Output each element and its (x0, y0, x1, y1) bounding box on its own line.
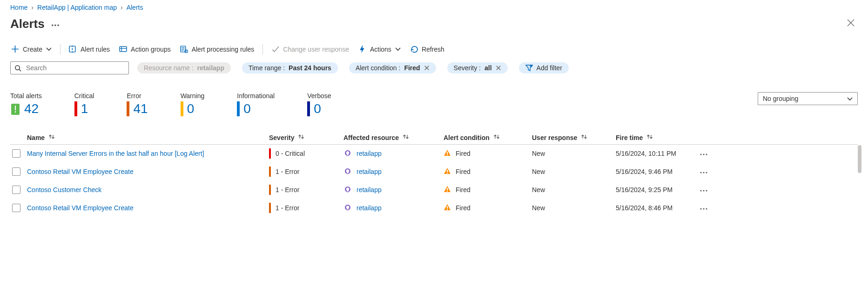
row-checkbox[interactable] (12, 149, 20, 158)
row-more-icon[interactable] (700, 150, 716, 157)
sort-icon (403, 133, 409, 141)
filter-condition-chip[interactable]: Alert condition : Fired (349, 62, 436, 73)
firetime-text: 5/16/2024, 9:25 PM (616, 186, 673, 193)
resource-link[interactable]: retailapp (357, 168, 382, 175)
breadcrumb-item-alerts[interactable]: Alerts (127, 4, 143, 11)
summary-verbose-label: Verbose (307, 92, 331, 100)
add-filter-button[interactable]: Add filter (519, 62, 569, 73)
scrollbar[interactable] (858, 145, 861, 173)
resource-link[interactable]: retailapp (357, 204, 382, 212)
summary-info-label: Informational (237, 92, 275, 100)
summary-info[interactable]: Informational 0 (237, 92, 275, 116)
filter-resource-value: retailapp (197, 64, 224, 72)
row-more-icon[interactable] (700, 186, 716, 193)
resource-link[interactable]: retailapp (357, 186, 382, 193)
total-alerts-icon (10, 102, 20, 116)
severity-bar-icon (269, 148, 271, 159)
col-response[interactable]: User response (532, 133, 616, 141)
summary-total-label: Total alerts (10, 92, 42, 100)
action-groups-label: Action groups (131, 46, 171, 53)
search-input[interactable] (25, 64, 125, 72)
page-title: Alerts (10, 17, 45, 31)
actions-label: Actions (370, 46, 391, 53)
alert-name-link[interactable]: Contoso Retail VM Employee Create (27, 204, 134, 212)
chevron-down-icon (395, 46, 401, 53)
sort-icon (48, 133, 55, 141)
table-row: Many Internal Server Errors in the last … (10, 145, 858, 163)
resource-icon (343, 167, 352, 176)
action-groups-button[interactable]: Action groups (118, 43, 172, 55)
refresh-button[interactable]: Refresh (409, 43, 445, 55)
alert-rules-button[interactable]: Alert rules (68, 43, 111, 55)
filter-severity-chip[interactable]: Severity : all (447, 62, 508, 73)
breadcrumb-item-home[interactable]: Home (10, 4, 27, 11)
summary-warning[interactable]: Warning 0 (181, 92, 205, 116)
filter-condition-clear-icon[interactable] (424, 65, 430, 71)
add-filter-icon (525, 64, 533, 72)
row-checkbox[interactable] (12, 167, 20, 176)
col-severity[interactable]: Severity (269, 133, 343, 141)
col-severity-label: Severity (269, 134, 294, 141)
severity-bar-icon (269, 167, 271, 177)
warning-icon (444, 149, 451, 158)
filter-resource-chip: Resource name : retailapp (137, 62, 231, 73)
resource-link[interactable]: retailapp (357, 150, 382, 157)
row-checkbox[interactable] (12, 204, 20, 212)
actions-button[interactable]: Actions (357, 43, 402, 55)
add-filter-label: Add filter (537, 64, 562, 72)
firetime-text: 5/16/2024, 9:46 PM (616, 168, 673, 175)
summary-error[interactable]: Error 41 (127, 92, 148, 116)
row-checkbox[interactable] (12, 186, 20, 194)
summary-critical[interactable]: Critical 1 (74, 92, 94, 116)
filter-severity-clear-icon[interactable] (496, 65, 501, 71)
create-button[interactable]: Create (10, 43, 53, 55)
summary-critical-label: Critical (74, 92, 94, 100)
row-more-icon[interactable] (700, 168, 716, 175)
toolbar-separator (262, 44, 263, 54)
filter-condition-label: Alert condition : (356, 64, 401, 72)
severity-text: 0 - Critical (276, 150, 305, 157)
summary-info-value: 0 (243, 101, 251, 116)
severity-bar-critical (74, 101, 77, 116)
processing-rules-button[interactable]: Alert processing rules (179, 43, 256, 55)
severity-bar-info (237, 101, 240, 116)
chevron-down-icon (847, 96, 853, 101)
col-resource[interactable]: Affected resource (343, 133, 444, 141)
search-input-wrap[interactable] (10, 61, 129, 74)
condition-text: Fired (456, 150, 471, 157)
filter-resource-label: Resource name : (144, 64, 194, 72)
col-name[interactable]: Name (27, 133, 269, 141)
filter-time-label: Time range : (249, 64, 285, 72)
close-icon[interactable] (844, 16, 858, 31)
table-row: Contoso Retail VM Employee Create 1 - Er… (10, 199, 858, 217)
page-more-icon[interactable]: ··· (51, 18, 60, 31)
severity-bar-error (127, 101, 129, 116)
alert-name-link[interactable]: Contoso Retail VM Employee Create (27, 168, 134, 175)
grouping-dropdown[interactable]: No grouping (758, 92, 858, 105)
summary-warning-value: 0 (187, 101, 195, 116)
condition-text: Fired (456, 168, 471, 175)
summary-verbose[interactable]: Verbose 0 (307, 92, 331, 116)
filter-time-chip[interactable]: Time range : Past 24 hours (242, 62, 338, 73)
refresh-label: Refresh (422, 46, 444, 53)
breadcrumb-separator: › (31, 4, 34, 11)
summary-total[interactable]: Total alerts 42 (10, 92, 42, 116)
condition-text: Fired (456, 204, 471, 212)
col-firetime[interactable]: Fire time (616, 133, 700, 141)
col-condition-label: Alert condition (444, 134, 490, 141)
col-resource-label: Affected resource (343, 134, 399, 141)
col-condition[interactable]: Alert condition (444, 133, 532, 141)
alert-name-link[interactable]: Many Internal Server Errors in the last … (27, 150, 204, 157)
warning-icon (444, 167, 451, 176)
condition-text: Fired (456, 186, 471, 193)
toolbar: Create Alert rules Action groups Alert p… (10, 33, 858, 59)
breadcrumb-item-appmap[interactable]: RetailApp | Application map (37, 4, 117, 11)
filter-severity-label: Severity : (454, 64, 481, 72)
alert-name-link[interactable]: Contoso Customer Check (27, 186, 101, 193)
row-more-icon[interactable] (700, 204, 716, 212)
action-groups-icon (119, 45, 127, 53)
summary-critical-value: 1 (81, 101, 88, 116)
summary-total-value: 42 (24, 101, 39, 116)
alerts-table: Name Severity Affected resource Alert co… (10, 130, 858, 217)
summary-warning-label: Warning (181, 92, 205, 100)
